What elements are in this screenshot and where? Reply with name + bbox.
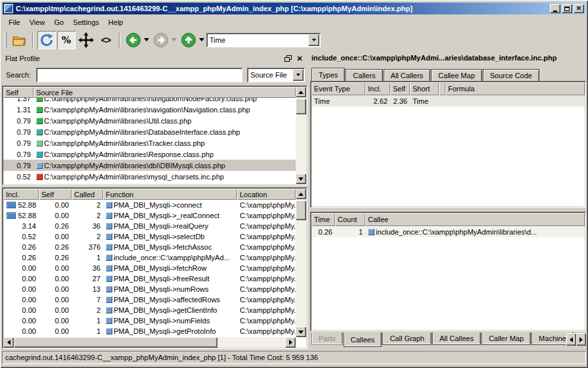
- forward-dropdown[interactable]: [171, 31, 177, 49]
- dock-float-button[interactable]: [284, 55, 292, 62]
- expand-areas-button[interactable]: [77, 31, 95, 49]
- function-row[interactable]: 0.000.0013PMA_DBI_Mysqli->numRowsC:\xamp…: [3, 284, 296, 294]
- event-type-combobox[interactable]: Time: [206, 33, 321, 47]
- back-button[interactable]: [124, 31, 143, 49]
- function-row[interactable]: 0.260.26376PMA_DBI_Mysqli->fetchAssocC:\…: [3, 242, 296, 252]
- function-table-vscrollbar[interactable]: [296, 189, 306, 337]
- source-file-row[interactable]: 1.31C:\xampp\phpMyAdmin\libraries\naviga…: [3, 104, 296, 115]
- function-row[interactable]: 0.000.001PMA_DBI_Mysqli->getProtoInfoC:\…: [3, 326, 296, 336]
- back-dropdown[interactable]: [143, 31, 149, 49]
- tab-caller-map[interactable]: Caller Map: [482, 333, 531, 345]
- maximize-button[interactable]: [562, 4, 572, 13]
- source-file-row[interactable]: 0.79C:\xampp\phpMyAdmin\libraries\Databa…: [3, 126, 296, 137]
- percent-toggle-button[interactable]: %: [57, 31, 76, 49]
- function-column-header[interactable]: Function: [103, 189, 237, 200]
- forward-arrow-icon: [153, 32, 169, 48]
- callee-column-header[interactable]: Time: [311, 213, 335, 226]
- incl-value: 0.26: [22, 254, 36, 262]
- event-column-header[interactable]: Event Type: [311, 82, 365, 95]
- self-cost-cell: 0.79: [3, 150, 34, 158]
- search-input[interactable]: [36, 68, 242, 82]
- tab-callee-map[interactable]: Callee Map: [431, 69, 482, 81]
- source-file-row[interactable]: 0.52C:\xampp\phpMyAdmin\libraries\mysql_…: [3, 171, 296, 182]
- callee-row[interactable]: 0.261include_once::C:\xampp\phpMyAdmin\l…: [311, 226, 585, 237]
- open-file-button[interactable]: [10, 31, 28, 49]
- callee-column-header[interactable]: Count: [335, 213, 365, 226]
- cycle-detection-button[interactable]: [37, 31, 56, 49]
- function-column-header[interactable]: Called: [72, 189, 103, 200]
- source-file-row[interactable]: 0.79C:\xampp\phpMyAdmin\libraries\dbi\DB…: [3, 160, 296, 171]
- tab-all-callees[interactable]: All Callees: [432, 333, 481, 345]
- function-row[interactable]: 0.520.002PMA_DBI_Mysqli->selectDbC:\xamp…: [3, 231, 296, 242]
- event-column-header[interactable]: Short: [410, 82, 439, 95]
- scrollbar-track[interactable]: [217, 337, 285, 348]
- callee-name: include_once::C:\xampp\phpMyAdmin\librar…: [376, 228, 537, 236]
- event-type-row[interactable]: Time2.622.36Time: [311, 95, 585, 106]
- title-bar[interactable]: C:\xampp\tmp\cachegrind.out.1416463299-C…: [3, 3, 585, 14]
- toolbar-handle[interactable]: [5, 32, 7, 48]
- event-column-header[interactable]: Formula: [445, 82, 585, 95]
- function-row[interactable]: 3.140.2636PMA_DBI_Mysqli->realQueryC:\xa…: [3, 221, 296, 231]
- close-button[interactable]: ✕: [574, 4, 584, 13]
- scrollbar-thumb[interactable]: [296, 99, 306, 114]
- source-file-row[interactable]: 0.79C:\xampp\phpMyAdmin\libraries\Util.c…: [3, 115, 296, 126]
- function-row[interactable]: 52.880.002PMA_DBI_Mysqli->_realConnectC:…: [3, 210, 296, 221]
- menu-help[interactable]: Help: [104, 16, 128, 28]
- source-list-vscrollbar[interactable]: [296, 87, 306, 184]
- source-column-header[interactable]: Source File: [34, 87, 296, 98]
- function-row[interactable]: 0.000.007PMA_DBI_Mysqli->affectedRowsC:\…: [3, 294, 296, 305]
- function-column-header[interactable]: Self: [39, 189, 72, 200]
- scroll-left-button[interactable]: [3, 337, 14, 348]
- tab-types[interactable]: Types: [311, 68, 345, 81]
- tab-scroll-left-button[interactable]: [566, 333, 576, 346]
- event-column-header[interactable]: Self: [390, 82, 410, 95]
- minimize-button[interactable]: [550, 4, 560, 13]
- source-file-row[interactable]: 1.37C:\xampp\phpMyAdmin\libraries\naviga…: [3, 98, 296, 104]
- forward-button[interactable]: [152, 31, 170, 49]
- scroll-down-button[interactable]: [296, 173, 306, 184]
- self-cost-cell: 0.00: [39, 327, 72, 335]
- flat-profile-dock-titlebar[interactable]: Flat Profile ✕: [2, 53, 307, 64]
- up-button[interactable]: [179, 31, 198, 49]
- source-file-row[interactable]: 0.79C:\xampp\phpMyAdmin\libraries\Tracke…: [3, 137, 296, 149]
- function-column-header[interactable]: Incl.: [3, 189, 39, 200]
- function-table-hscrollbar[interactable]: [3, 337, 296, 348]
- combobox-dropdown-button[interactable]: [292, 69, 304, 81]
- tab-callers[interactable]: Callers: [346, 69, 382, 81]
- menu-view[interactable]: View: [25, 16, 50, 28]
- scroll-right-button[interactable]: [285, 337, 296, 348]
- menu-settings[interactable]: Settings: [68, 16, 104, 28]
- function-row[interactable]: 0.000.001PMA_DBI_Mysqli->numFieldsC:\xam…: [3, 315, 296, 326]
- menu-go[interactable]: Go: [49, 16, 68, 28]
- tab-source-code[interactable]: Source Code: [483, 69, 539, 81]
- tab-all-callers[interactable]: All Callers: [384, 69, 431, 81]
- callee-column-header[interactable]: Callee: [365, 213, 585, 226]
- function-column-header[interactable]: Location: [237, 189, 296, 200]
- scroll-up-button[interactable]: [296, 189, 306, 199]
- scroll-down-button[interactable]: [296, 327, 306, 337]
- event-column-header[interactable]: [439, 82, 445, 95]
- function-row[interactable]: 52.880.002PMA_DBI_Mysqli->connectC:\xamp…: [3, 200, 296, 210]
- function-row[interactable]: 0.000.002PMA_DBI_Mysqli->getClientInfoC:…: [3, 305, 296, 315]
- function-row[interactable]: 0.000.0036PMA_DBI_Mysqli->fetchRowC:\xam…: [3, 263, 296, 273]
- event-column-header[interactable]: Incl.: [365, 82, 390, 95]
- cost-color-square: [36, 151, 43, 158]
- tab-scroll-right-button[interactable]: [576, 333, 586, 346]
- grouping-combobox[interactable]: Source File: [247, 68, 305, 82]
- scroll-up-button[interactable]: [296, 87, 306, 97]
- tab-callees[interactable]: Callees: [344, 333, 382, 347]
- dock-close-button[interactable]: ✕: [296, 55, 304, 62]
- source-column-header[interactable]: Self: [3, 87, 34, 98]
- up-dropdown[interactable]: [198, 31, 204, 49]
- scrollbar-thumb[interactable]: [296, 200, 306, 220]
- source-file-row[interactable]: 0.79C:\xampp\phpMyAdmin\libraries\Respon…: [3, 149, 296, 160]
- scrollbar-thumb[interactable]: [14, 337, 217, 348]
- menu-file[interactable]: File: [4, 16, 25, 28]
- combobox-dropdown-button[interactable]: [308, 34, 319, 46]
- tab-call-graph[interactable]: Call Graph: [382, 333, 432, 345]
- function-row[interactable]: 0.000.0027PMA_DBI_Mysqli->freeResultC:\x…: [3, 273, 296, 284]
- source-file-row[interactable]: 0.52C:\xampp\phpMyAdmin\libraries\user_p…: [3, 182, 296, 184]
- incl-cost-cell: 3.14: [3, 222, 39, 230]
- relative-cost-button[interactable]: <>: [97, 31, 115, 49]
- function-row[interactable]: 0.260.261include_once::C:\xampp\phpMyAd.…: [3, 252, 296, 263]
